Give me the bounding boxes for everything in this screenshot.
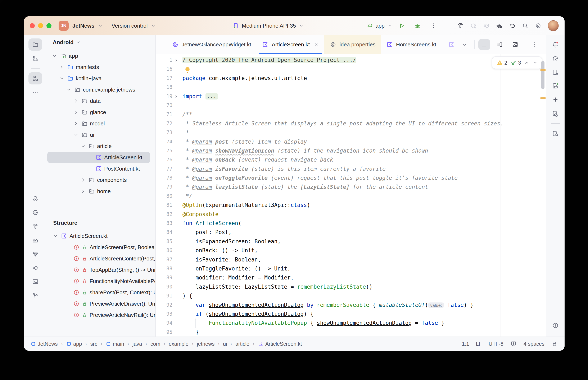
gutter[interactable]	[172, 183, 180, 191]
code-line-94[interactable]: 94 FunctionalityNotAvailablePopup { show…	[156, 319, 540, 327]
structure-item-previewarticledrawer-unit[interactable]: fPreviewArticleDrawer(): Unit	[47, 298, 155, 309]
tree-item-article[interactable]: article	[47, 140, 155, 152]
tree-item-glancepkg[interactable]: glance	[47, 107, 155, 118]
run-button[interactable]	[395, 20, 408, 32]
previous-problem-button[interactable]	[524, 60, 529, 65]
tab-idea-properties[interactable]: idea.properties	[324, 35, 381, 54]
tree-expand-toggle[interactable]	[73, 132, 79, 137]
app-quality-insights-tool-button[interactable]	[28, 193, 42, 205]
structure-item-functionalitynotavailablepop[interactable]: fFunctionalityNotAvailablePop	[47, 275, 155, 287]
line-number[interactable]: 77	[156, 165, 172, 173]
code-line-77[interactable]: 77 * @param isFavorite (state) is this i…	[156, 165, 540, 173]
fold-region-icon[interactable]	[174, 58, 179, 62]
build-tool-button[interactable]	[28, 220, 42, 232]
code-line-19[interactable]: 19import ...	[156, 92, 540, 101]
breadcrumb-articlescreen-kt[interactable]: ArticleScreen.kt	[258, 341, 302, 347]
warning-stripe-mark[interactable]	[540, 97, 546, 99]
breadcrumb-src[interactable]: src	[90, 341, 97, 347]
device-selector[interactable]: Medium Phone API 35	[232, 22, 304, 29]
tree-expand-toggle[interactable]	[80, 143, 86, 149]
build-hammer-icon[interactable]	[457, 22, 464, 29]
line-number[interactable]: 19	[156, 92, 172, 101]
code-line-86[interactable]: 86 onBack: () -> Unit,	[156, 246, 540, 255]
breadcrumb[interactable]: JetNews›app›src›main›java›com›example›je…	[31, 341, 302, 347]
gutter[interactable]	[172, 255, 180, 264]
code-line-76[interactable]: 76 * @param onBack (event) request navig…	[156, 155, 540, 164]
tree-expand-toggle[interactable]	[73, 121, 79, 126]
line-separator[interactable]: LF	[476, 341, 482, 347]
code-line-85[interactable]: 85 isExpandedScreen: Boolean,	[156, 237, 540, 246]
line-number[interactable]: 71	[156, 110, 172, 119]
line-number[interactable]: 70	[156, 101, 172, 110]
code-line-91[interactable]: 91) {	[156, 291, 540, 300]
hidden-tabs-dropdown[interactable]	[459, 39, 470, 50]
gutter[interactable]	[172, 165, 180, 173]
code-line-79[interactable]: 79 * @param lazyListState (state) the [L…	[156, 183, 540, 191]
tree-item-app[interactable]: app	[47, 50, 155, 61]
tree-item-postcontent-kt[interactable]: PostContent.kt	[47, 163, 155, 174]
breadcrumb-jetnews[interactable]: jetnews	[197, 341, 215, 347]
gutter[interactable]	[172, 101, 180, 110]
gutter[interactable]	[172, 291, 180, 300]
intention-bulb-icon[interactable]	[185, 67, 190, 71]
structure-tool-button[interactable]	[28, 72, 42, 84]
terminal-tool-button[interactable]	[28, 275, 42, 288]
breadcrumb-java[interactable]: java	[132, 341, 142, 347]
line-number[interactable]: 89	[156, 273, 172, 282]
logcat-tool-button[interactable]	[28, 262, 42, 274]
code-line-95[interactable]: 95 }	[156, 328, 540, 337]
gutter[interactable]	[172, 210, 180, 219]
gutter[interactable]	[172, 173, 180, 183]
line-number[interactable]: 18	[156, 83, 172, 92]
zoom-window-button[interactable]	[46, 23, 51, 28]
breadcrumb-example[interactable]: example	[169, 341, 188, 347]
tree-item-home[interactable]: home	[47, 186, 155, 197]
gutter[interactable]	[172, 56, 180, 65]
resource-manager-tool-button[interactable]	[28, 52, 42, 64]
tree-expand-toggle[interactable]	[59, 64, 65, 70]
line-number[interactable]: 85	[156, 237, 172, 246]
project-name-menu[interactable]: JetNews	[72, 22, 95, 29]
line-number[interactable]: 74	[156, 137, 172, 146]
line-number[interactable]: 76	[156, 155, 172, 164]
line-number[interactable]: 95	[156, 328, 172, 337]
code-line-74[interactable]: 74 * @param post (state) item to display	[156, 137, 540, 146]
next-problem-button[interactable]	[532, 60, 538, 65]
warning-stripe-mark[interactable]	[540, 69, 546, 71]
file-encoding[interactable]: UTF-8	[489, 341, 504, 347]
gutter[interactable]	[172, 83, 180, 92]
project-view-selector[interactable]: Android	[53, 39, 74, 46]
code-line-87[interactable]: 87 isFavorite: Boolean,	[156, 255, 540, 264]
unlocked-padlock-icon[interactable]	[551, 341, 558, 347]
structure-item-articlescreencontent-post[interactable]: fArticleScreenContent(Post, ()	[47, 253, 155, 264]
running-devices-tool-button[interactable]	[28, 207, 42, 219]
code-line-72[interactable]: 72 * Stateless Article Screen that displ…	[156, 119, 540, 128]
tab-articlescreen-kt[interactable]: ArticleScreen.kt	[257, 35, 324, 54]
debug-button[interactable]	[410, 20, 424, 32]
gutter[interactable]	[172, 328, 180, 337]
gutter[interactable]	[172, 219, 180, 228]
breadcrumb-jetnews[interactable]: JetNews	[31, 341, 58, 347]
line-number[interactable]: 92	[156, 301, 172, 310]
caret-position[interactable]: 1:1	[462, 341, 469, 347]
line-number[interactable]: 1	[156, 56, 172, 65]
version-control-menu[interactable]: Version control	[112, 22, 148, 29]
tab-jetnewsglanceappwidget-kt[interactable]: JetnewsGlanceAppWidget.kt	[166, 35, 257, 54]
more-tool-windows-button[interactable]	[28, 86, 42, 98]
tree-item-articlescreen-kt[interactable]: ArticleScreen.kt	[47, 152, 150, 163]
gutter[interactable]	[172, 74, 180, 83]
line-number[interactable]: 94	[156, 319, 172, 327]
project-tool-button[interactable]	[28, 38, 42, 51]
code-line-18[interactable]: 18	[156, 83, 540, 92]
user-avatar[interactable]	[548, 20, 559, 31]
fold-region-icon[interactable]	[174, 94, 179, 99]
code-line-90[interactable]: 90 lazyListState: LazyListState = rememb…	[156, 282, 540, 291]
line-number[interactable]: 73	[156, 128, 172, 137]
device-mirroring-button[interactable]	[548, 107, 562, 120]
code-line-78[interactable]: 78 * @param onToggleFavorite (event) req…	[156, 173, 540, 183]
structure-item-articlescreen-post-boolean[interactable]: fArticleScreen(Post, Boolean,	[47, 242, 155, 253]
more-run-options-icon[interactable]	[426, 20, 440, 32]
gutter[interactable]	[172, 246, 180, 255]
code-line-92[interactable]: 92 var showUnimplementedActionDialog by …	[156, 301, 540, 310]
project-tree[interactable]: appmanifestskotlin+javacom.example.jetne…	[47, 49, 155, 211]
